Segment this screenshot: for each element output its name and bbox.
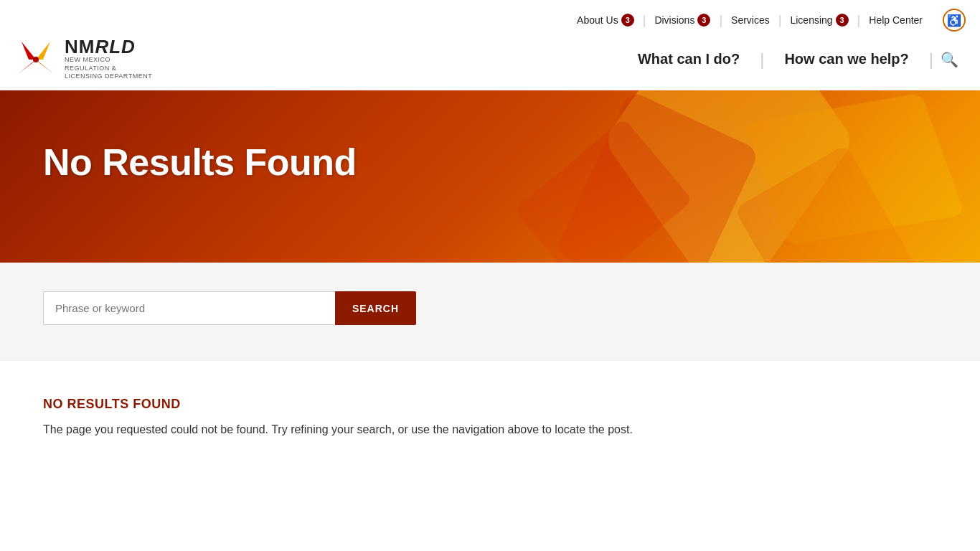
- search-button[interactable]: SEARCH: [335, 291, 416, 325]
- accessibility-icon: ♿: [947, 14, 961, 27]
- search-section: SEARCH: [0, 263, 980, 361]
- divisions-badge: 3: [697, 14, 710, 27]
- svg-marker-1: [36, 42, 50, 60]
- svg-marker-2: [18, 60, 36, 74]
- content-section: NO RESULTS FOUND The page you requested …: [0, 361, 980, 475]
- accessibility-button[interactable]: ♿: [943, 9, 966, 32]
- hero-title: No Results Found: [0, 90, 980, 184]
- logo-text-area: NMRLD NEW MEXICO REGULATION & LICENSING …: [65, 37, 152, 81]
- search-form[interactable]: SEARCH: [43, 291, 416, 325]
- svg-point-4: [33, 57, 39, 62]
- services-nav[interactable]: Services: [722, 14, 778, 26]
- svg-marker-3: [36, 60, 54, 74]
- licensing-badge: 3: [836, 14, 849, 27]
- search-icon-button[interactable]: 🔍: [933, 51, 966, 68]
- top-nav: About Us 3 | Divisions 3 | Services | Li…: [0, 0, 980, 32]
- what-can-i-do-link[interactable]: What can I do?: [618, 51, 760, 67]
- search-input[interactable]: [43, 291, 335, 325]
- help-center-label: Help Center: [869, 14, 923, 26]
- main-nav-links: What can I do? | How can we help? | 🔍: [618, 50, 966, 70]
- header: About Us 3 | Divisions 3 | Services | Li…: [0, 0, 980, 90]
- licensing-label: Licensing: [790, 14, 832, 26]
- divisions-label: Divisions: [654, 14, 694, 26]
- logo-name: NMRLD: [65, 37, 152, 56]
- licensing-nav[interactable]: Licensing 3: [781, 14, 857, 27]
- help-center-nav[interactable]: Help Center: [860, 14, 931, 26]
- search-icon: 🔍: [941, 52, 958, 67]
- divisions-nav[interactable]: Divisions 3: [646, 14, 719, 27]
- how-can-we-help-link[interactable]: How can we help?: [764, 51, 928, 67]
- svg-marker-0: [22, 42, 36, 60]
- about-us-badge: 3: [621, 14, 634, 27]
- services-label: Services: [731, 14, 770, 26]
- logo-subtitle: NEW MEXICO REGULATION & LICENSING DEPART…: [65, 56, 152, 81]
- about-us-nav[interactable]: About Us 3: [568, 14, 643, 27]
- main-nav: NMRLD NEW MEXICO REGULATION & LICENSING …: [0, 32, 980, 90]
- logo-svg: [14, 38, 57, 81]
- hero-banner: No Results Found: [0, 90, 980, 263]
- no-results-message: The page you requested could not be foun…: [43, 420, 937, 439]
- logo-area[interactable]: NMRLD NEW MEXICO REGULATION & LICENSING …: [14, 37, 152, 81]
- about-us-label: About Us: [577, 14, 618, 26]
- no-results-heading: NO RESULTS FOUND: [43, 397, 937, 412]
